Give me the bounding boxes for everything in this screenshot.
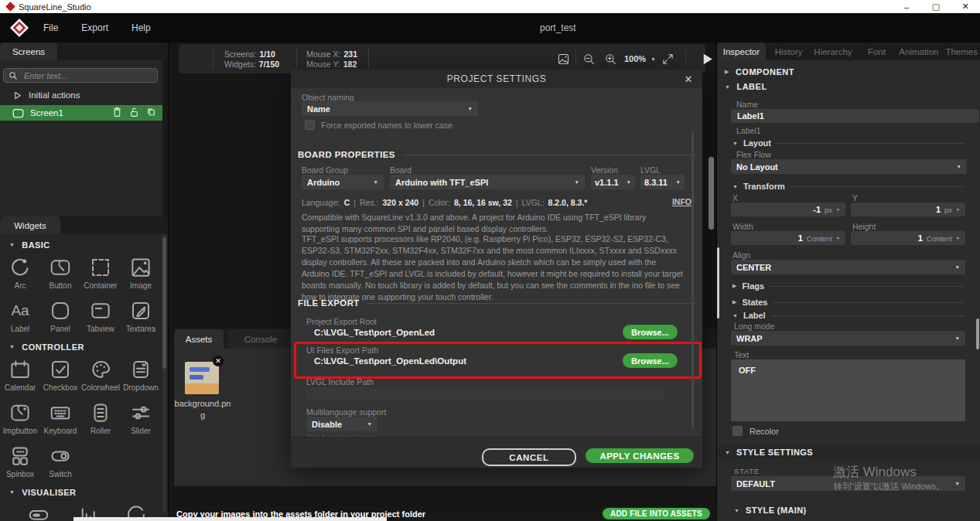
info-link[interactable]: INFO: [672, 197, 691, 206]
widget-bar[interactable]: [14, 500, 63, 521]
text-textarea[interactable]: OFF: [731, 359, 965, 421]
delete-screen-icon[interactable]: [112, 107, 122, 117]
zoom-in-icon[interactable]: [601, 49, 620, 68]
panel-divider-scrollbar[interactable]: [717, 247, 719, 318]
unit-caret-icon[interactable]: ▼: [956, 236, 960, 240]
tab-assets[interactable]: Assets: [174, 329, 224, 349]
tab-console[interactable]: Console: [228, 329, 293, 349]
tab-hierarchy[interactable]: Hierarchy: [810, 43, 855, 60]
maximize-button[interactable]: ▢: [921, 0, 951, 13]
widget-roller[interactable]: Roller: [80, 398, 121, 441]
zoom-level[interactable]: 100%: [624, 54, 646, 63]
dialog-close-icon[interactable]: ✕: [682, 73, 695, 85]
duplicate-screen-icon[interactable]: [146, 107, 156, 117]
zoom-caret-icon[interactable]: ▼: [650, 56, 655, 62]
recolor-checkbox[interactable]: [732, 426, 743, 436]
cancel-button[interactable]: CANCEL: [482, 448, 576, 466]
layout-section[interactable]: ▼ Layout: [732, 138, 965, 148]
width-field[interactable]: 1Content ▼: [731, 231, 845, 245]
x-field[interactable]: -1px ▼: [731, 203, 845, 216]
name-input[interactable]: Label1: [731, 109, 979, 123]
align-dropdown[interactable]: CENTER ▼: [731, 260, 965, 274]
tab-animation[interactable]: Animation: [896, 43, 941, 60]
board-dropdown[interactable]: Arduino with TFT_eSPI ▼: [390, 175, 585, 189]
transform-section[interactable]: ▼ Transform: [732, 182, 965, 191]
minimize-button[interactable]: –: [892, 0, 921, 13]
browse-project-root-button[interactable]: Browse...: [623, 325, 678, 339]
dialog-scrollbar[interactable]: [691, 131, 694, 429]
unit-caret-icon[interactable]: ▼: [956, 207, 960, 212]
zoom-out-icon[interactable]: [579, 49, 598, 68]
component-section[interactable]: ▶ COMPONENT: [725, 67, 794, 77]
flags-section[interactable]: ▶ Flags: [732, 281, 965, 291]
tab-font[interactable]: Font: [860, 43, 893, 60]
remove-asset-icon[interactable]: ✕: [213, 356, 224, 366]
y-field[interactable]: 1px ▼: [851, 203, 965, 216]
fit-screen-icon[interactable]: [659, 49, 678, 68]
flex-flow-dropdown[interactable]: No Layout ▼: [731, 159, 967, 174]
initial-actions-row[interactable]: Initial actions: [0, 88, 162, 102]
widget-spinbox[interactable]: Spinbox: [0, 441, 40, 485]
widget-calendar[interactable]: Calendar: [0, 355, 40, 398]
screens-search[interactable]: [3, 68, 158, 83]
menu-help[interactable]: Help: [131, 22, 151, 33]
widget-label[interactable]: Aa Label: [0, 296, 40, 339]
section-visualiser[interactable]: ▼ VISUALISER: [0, 485, 169, 500]
version-dropdown[interactable]: v1.1.1 ▼: [591, 175, 635, 189]
screenshot-icon[interactable]: [554, 49, 572, 68]
search-input[interactable]: [22, 70, 149, 81]
widget-textarea[interactable]: Textarea: [121, 296, 161, 339]
tab-themes[interactable]: Themes: [943, 43, 980, 60]
inspector-scrollbar[interactable]: [976, 318, 979, 349]
style-main-section[interactable]: ▼ STYLE (MAIN): [726, 503, 980, 517]
unit-caret-icon[interactable]: ▼: [836, 207, 840, 212]
project-export-root-value[interactable]: C:\LVGL_Test\port_OpenLed: [314, 328, 435, 337]
asset-thumbnail[interactable]: [185, 362, 219, 394]
widget-checkbox[interactable]: Checkbox: [40, 355, 80, 398]
lvgl-include-path-input[interactable]: [306, 387, 664, 400]
add-file-into-assets-button[interactable]: ADD FILE INTO ASSETS: [603, 508, 710, 519]
object-naming-dropdown[interactable]: Name ▼: [302, 101, 478, 116]
tab-screens[interactable]: Screens: [0, 43, 57, 60]
apply-changes-button[interactable]: APPLY CHANGES: [586, 448, 694, 463]
widget-button[interactable]: Button: [40, 253, 80, 296]
tab-inspector[interactable]: Inspector: [717, 43, 766, 60]
long-mode-dropdown[interactable]: WRAP ▼: [731, 331, 965, 346]
widget-tabview[interactable]: Tabview: [80, 296, 121, 339]
widget-arc[interactable]: Arc: [0, 253, 40, 296]
tab-widgets[interactable]: Widgets: [0, 216, 60, 234]
menu-export[interactable]: Export: [81, 22, 108, 33]
canvas-scrollbar[interactable]: [709, 157, 714, 230]
ui-files-export-path-value[interactable]: C:\LVGL_Test\port_OpenLed\Output: [314, 356, 466, 366]
multilanguage-dropdown[interactable]: Disable ▼: [306, 417, 377, 431]
widget-slider[interactable]: Slider: [121, 398, 161, 441]
close-button[interactable]: ✕: [951, 0, 980, 13]
board-group-dropdown[interactable]: Arduino ▼: [302, 175, 384, 189]
tab-history[interactable]: History: [770, 43, 808, 60]
widgets-scrollbar[interactable]: [162, 234, 166, 512]
widget-container[interactable]: Container: [80, 253, 121, 296]
browse-ui-files-button[interactable]: Browse...: [623, 353, 678, 368]
menu-file[interactable]: File: [43, 22, 58, 33]
widget-image[interactable]: Image: [121, 253, 161, 296]
height-field[interactable]: 1Content ▼: [851, 231, 965, 245]
lock-open-icon[interactable]: [129, 107, 139, 117]
widget-dropdown[interactable]: Dropdown: [121, 355, 161, 398]
state-dropdown[interactable]: DEFAULT ▼: [731, 476, 965, 491]
widget-imgbutton[interactable]: Imgbutton: [0, 398, 40, 441]
label-section[interactable]: ▼ LABEL: [725, 82, 767, 91]
unit-caret-icon[interactable]: ▼: [836, 236, 840, 240]
widget-panel[interactable]: Panel: [40, 296, 80, 339]
label-sub-section[interactable]: ▼ Label: [732, 311, 965, 320]
section-controller[interactable]: ▼ CONTROLLER: [0, 339, 169, 355]
widget-switch[interactable]: Switch: [40, 441, 80, 485]
section-basic[interactable]: ▼ BASIC: [0, 237, 169, 253]
widget-colorwheel[interactable]: Colorwheel: [80, 355, 121, 398]
widget-keyboard[interactable]: Keyboard: [40, 398, 80, 441]
screen-item-screen1[interactable]: Screen1: [0, 105, 162, 121]
states-section[interactable]: ▶ States: [732, 298, 965, 307]
force-lowercase-checkbox[interactable]: [305, 120, 315, 130]
style-settings-section[interactable]: ▼ STYLE SETTINGS: [717, 445, 980, 459]
play-button[interactable]: [698, 49, 717, 68]
lvgl-version-dropdown[interactable]: 8.3.11 ▼: [640, 175, 685, 189]
